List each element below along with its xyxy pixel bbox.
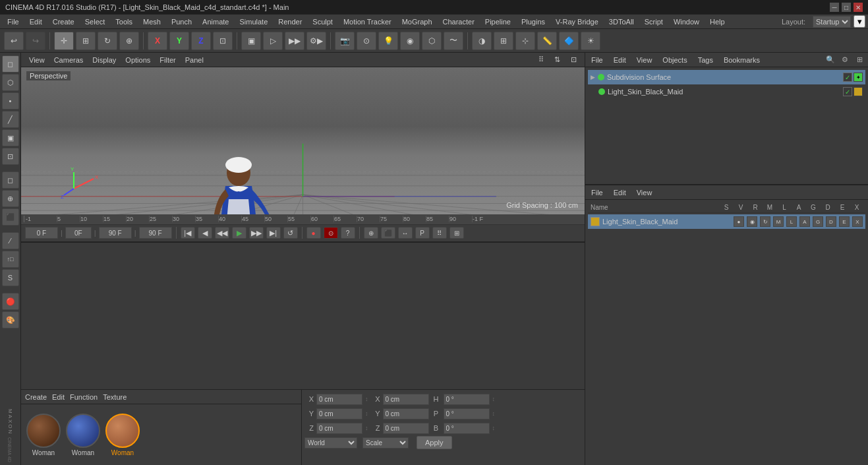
deformer-button[interactable]: 〜: [444, 32, 463, 50]
maximize-button[interactable]: □: [842, 3, 851, 12]
timeline-ruler[interactable]: -1 5 10 15 20 25 30 35 40 45 50 55 60 65…: [21, 214, 585, 225]
prev-frame-button[interactable]: ◀: [198, 227, 212, 239]
subdiv-tag-1[interactable]: ✦: [854, 73, 863, 82]
goto-end-button[interactable]: ▶|: [266, 227, 281, 239]
magnet-button[interactable]: 🔴: [2, 293, 19, 310]
camera-button[interactable]: 📷: [335, 32, 355, 50]
menu-simulate[interactable]: Simulate: [235, 16, 272, 27]
material-ball-2[interactable]: Woman: [66, 414, 100, 456]
object-select-button[interactable]: ◻: [2, 171, 19, 189]
vp-menu-view[interactable]: View: [25, 55, 49, 65]
loop-sel-button[interactable]: S: [2, 269, 19, 286]
apply-button[interactable]: Apply: [417, 436, 452, 449]
menu-help[interactable]: Help: [705, 16, 730, 27]
all-axis-button[interactable]: ⊡: [213, 32, 233, 50]
layout-select[interactable]: Startup: [813, 16, 851, 28]
mat-menu-edit[interactable]: Edit: [52, 393, 65, 401]
record-button[interactable]: ↺: [283, 227, 298, 239]
paint-button[interactable]: 🎨: [2, 311, 19, 328]
reverse-play-button[interactable]: ◀◀: [215, 227, 229, 239]
next-frame-button[interactable]: ▶▶: [249, 227, 264, 239]
tl-info[interactable]: P: [415, 227, 430, 239]
vp-menu-options[interactable]: Options: [121, 55, 154, 65]
frame-display[interactable]: 0F: [65, 227, 92, 239]
menu-punch[interactable]: Punch: [167, 16, 196, 27]
timeline-content[interactable]: [21, 242, 585, 390]
menu-plugins[interactable]: Plugins: [517, 16, 550, 27]
obj-bot-menu-edit[interactable]: Edit: [610, 188, 629, 197]
obj-menu-objects[interactable]: Objects: [659, 55, 690, 65]
menu-script[interactable]: Script: [640, 16, 668, 27]
menu-character[interactable]: Character: [438, 16, 479, 27]
menu-animate[interactable]: Animate: [198, 16, 233, 27]
render-region-button[interactable]: ▣: [241, 32, 261, 50]
undo-button[interactable]: ↩: [4, 32, 24, 50]
obj2-icon-x[interactable]: X: [852, 216, 863, 227]
coord-z-size[interactable]: [383, 423, 429, 434]
coord-x-size[interactable]: [383, 394, 429, 405]
scale-tool-button[interactable]: ⊞: [76, 32, 96, 50]
subdiv-visible-check[interactable]: ✓: [843, 73, 852, 82]
menu-tools[interactable]: Tools: [111, 16, 137, 27]
snap-button[interactable]: ⊹: [515, 32, 535, 50]
timeline-keyframe-button[interactable]: ⊙: [324, 227, 338, 239]
obj-bot-menu-view[interactable]: View: [633, 188, 656, 197]
extrude-button[interactable]: ↑□: [2, 251, 19, 268]
object-button[interactable]: ⊙: [357, 32, 376, 50]
vp-icon-dots[interactable]: ⠿: [535, 54, 548, 65]
menu-mesh[interactable]: Mesh: [138, 16, 165, 27]
vp-menu-display[interactable]: Display: [88, 55, 120, 65]
coord-x-pos[interactable]: [316, 394, 362, 405]
obj-search-icon[interactable]: 🔍: [825, 54, 836, 66]
mat-menu-texture[interactable]: Texture: [103, 393, 127, 401]
goto-start-button[interactable]: |◀: [181, 227, 195, 239]
menu-window[interactable]: Window: [669, 16, 704, 27]
obj-expand-icon[interactable]: ⊞: [854, 54, 865, 66]
current-frame-input[interactable]: 0F: [25, 227, 58, 239]
render-btn2[interactable]: 🔷: [559, 32, 579, 50]
mat-menu-function[interactable]: Function: [70, 393, 98, 401]
coord-p-val[interactable]: [444, 408, 490, 419]
vp-icon-arrows[interactable]: ⇅: [550, 54, 564, 65]
timeline-record-auto[interactable]: ●: [306, 227, 321, 239]
menu-sculpt[interactable]: Sculpt: [308, 16, 337, 27]
menu-select[interactable]: Select: [80, 16, 110, 27]
timeline-help[interactable]: ?: [341, 227, 355, 239]
viewport-3d[interactable]: Perspective: [21, 67, 585, 214]
material-ball-1[interactable]: Woman: [26, 414, 61, 456]
layout-arrow[interactable]: ▾: [854, 15, 865, 28]
menu-3dtoall[interactable]: 3DToAll: [604, 16, 639, 27]
y-axis-button[interactable]: Y: [169, 32, 189, 50]
render-active-button[interactable]: ▷: [263, 32, 283, 50]
transform-button[interactable]: ⊕: [119, 32, 139, 50]
obj2-icon-e[interactable]: E: [839, 216, 850, 227]
x-axis-button[interactable]: X: [148, 32, 167, 50]
rotate-tool-button[interactable]: ↻: [98, 32, 117, 50]
live-select-button[interactable]: ⊕: [2, 190, 19, 207]
obj2-row-maid[interactable]: Light_Skin_Black_Maid ● ◉ ↻ M L A G D E …: [588, 214, 865, 229]
render-view-button[interactable]: ▶▶: [285, 32, 304, 50]
tl-move[interactable]: ⊕: [364, 227, 378, 239]
obj-bot-menu-file[interactable]: File: [588, 188, 606, 197]
point-mode-button[interactable]: •: [2, 92, 19, 109]
tl-dots[interactable]: ⠿: [432, 227, 447, 239]
light2-button[interactable]: ☀: [581, 32, 600, 50]
menu-file[interactable]: File: [3, 16, 24, 27]
light-button[interactable]: 💡: [378, 32, 398, 50]
measure-button[interactable]: 📏: [537, 32, 557, 50]
grid-button[interactable]: ⊞: [494, 32, 513, 50]
coord-scale-dropdown[interactable]: Scale Size: [362, 437, 409, 449]
material-button[interactable]: ◉: [400, 32, 420, 50]
display-button[interactable]: ◑: [472, 32, 492, 50]
coord-h-val[interactable]: [444, 394, 490, 405]
obj-config-icon[interactable]: ⚙: [839, 54, 851, 66]
polygon-mode-button[interactable]: ▣: [2, 129, 19, 146]
menu-edit[interactable]: Edit: [25, 16, 47, 27]
obj-row-subdiv[interactable]: ▶ Subdivision Surface ✓ ✦: [588, 70, 865, 84]
obj2-icon-r[interactable]: ↻: [760, 216, 770, 227]
obj-menu-tags[interactable]: Tags: [695, 55, 716, 65]
vp-menu-filter[interactable]: Filter: [156, 55, 179, 65]
z-axis-button[interactable]: Z: [191, 32, 211, 50]
menu-render[interactable]: Render: [274, 16, 306, 27]
obj2-icon-m[interactable]: M: [773, 216, 784, 227]
